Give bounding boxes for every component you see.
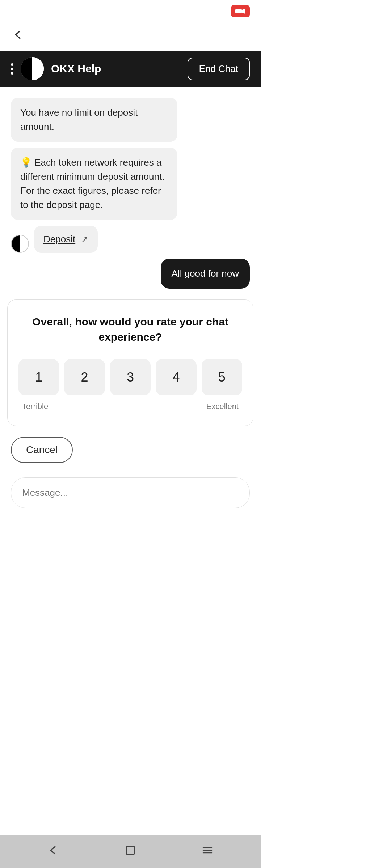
menu-dots-button[interactable]: [11, 63, 13, 75]
back-button[interactable]: [11, 27, 25, 45]
chat-header: OKX Help End Chat: [0, 51, 261, 87]
bot-message-1: You have no limit on deposit amount.: [11, 98, 177, 142]
deposit-link-bubble[interactable]: Deposit ↗: [34, 226, 98, 253]
rating-card: Overall, how would you rate your chat ex…: [7, 299, 253, 426]
svg-rect-0: [235, 9, 242, 13]
rating-btn-5[interactable]: 5: [202, 359, 242, 395]
user-message-1: All good for now: [161, 259, 250, 289]
bot-message-2: 💡 Each token network requires a differen…: [11, 148, 177, 220]
chat-header-left: OKX Help: [11, 57, 101, 80]
chat-messages: You have no limit on deposit amount. 💡 E…: [0, 87, 261, 296]
bot-avatar-small: [11, 235, 29, 253]
status-bar: [0, 0, 261, 22]
svg-marker-1: [242, 9, 245, 14]
rating-btn-1[interactable]: 1: [18, 359, 59, 395]
rating-btn-2[interactable]: 2: [64, 359, 105, 395]
rating-label-terrible: Terrible: [22, 402, 48, 411]
bot-avatar: [21, 57, 44, 80]
link-arrow-icon: ↗: [81, 234, 88, 244]
cancel-area: Cancel: [0, 430, 261, 470]
cancel-button[interactable]: Cancel: [11, 437, 73, 463]
rating-btn-3[interactable]: 3: [110, 359, 151, 395]
rating-btn-4[interactable]: 4: [156, 359, 196, 395]
rating-label-excellent: Excellent: [206, 402, 239, 411]
rating-question: Overall, how would you rate your chat ex…: [18, 314, 242, 345]
end-chat-button[interactable]: End Chat: [188, 58, 250, 80]
record-indicator: [231, 5, 250, 17]
chat-title: OKX Help: [51, 63, 101, 75]
message-input[interactable]: [11, 477, 250, 508]
bot-link-row: Deposit ↗: [11, 226, 250, 253]
message-input-area: [0, 470, 261, 519]
back-row: [0, 22, 261, 51]
rating-buttons: 1 2 3 4 5: [18, 359, 242, 395]
deposit-link-text: Deposit: [43, 234, 75, 245]
rating-labels: Terrible Excellent: [18, 402, 242, 411]
